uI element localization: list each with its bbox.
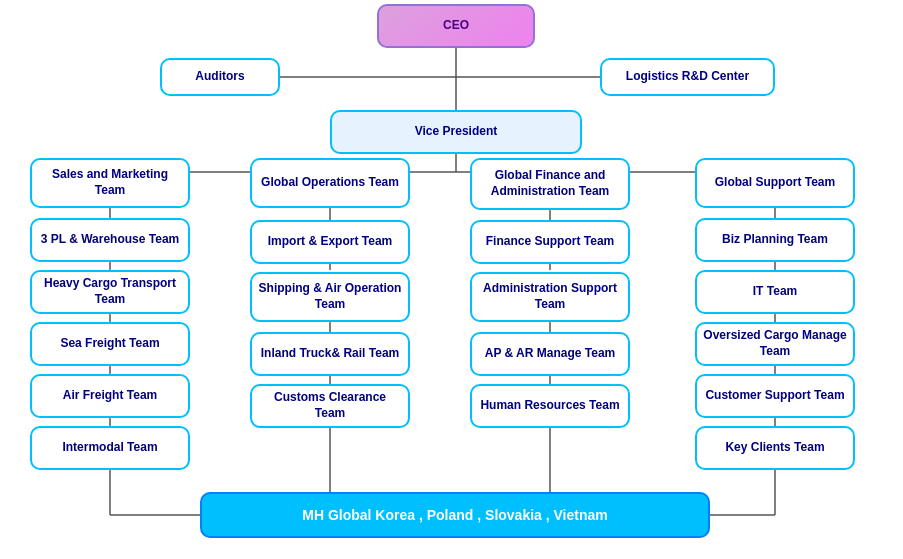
col4-3: Oversized Cargo Manage Team bbox=[695, 322, 855, 366]
col2-3: Inland Truck& Rail Team bbox=[250, 332, 410, 376]
vp-node: Vice President bbox=[330, 110, 582, 154]
col2-4: Customs Clearance Team bbox=[250, 384, 410, 428]
col4-head: Global Support Team bbox=[695, 158, 855, 208]
col3-1: Finance Support Team bbox=[470, 220, 630, 264]
col2-2: Shipping & Air Operation Team bbox=[250, 272, 410, 322]
col2-head: Global Operations Team bbox=[250, 158, 410, 208]
col1-3: Sea Freight Team bbox=[30, 322, 190, 366]
col1-head: Sales and Marketing Team bbox=[30, 158, 190, 208]
col4-5: Key Clients Team bbox=[695, 426, 855, 470]
rd-node: Logistics R&D Center bbox=[600, 58, 775, 96]
col4-4: Customer Support Team bbox=[695, 374, 855, 418]
col3-4: Human Resources Team bbox=[470, 384, 630, 428]
ceo-node: CEO bbox=[377, 4, 535, 48]
org-chart: CEO Auditors Logistics R&D Center Vice P… bbox=[0, 0, 903, 559]
auditors-node: Auditors bbox=[160, 58, 280, 96]
col1-4: Air Freight Team bbox=[30, 374, 190, 418]
col3-2: Administration Support Team bbox=[470, 272, 630, 322]
col3-3: AP & AR Manage Team bbox=[470, 332, 630, 376]
bottom-node: MH Global Korea , Poland , Slovakia , Vi… bbox=[200, 492, 710, 538]
col1-1: 3 PL & Warehouse Team bbox=[30, 218, 190, 262]
col1-2: Heavy Cargo Transport Team bbox=[30, 270, 190, 314]
col1-5: Intermodal Team bbox=[30, 426, 190, 470]
col4-2: IT Team bbox=[695, 270, 855, 314]
col4-1: Biz Planning Team bbox=[695, 218, 855, 262]
col3-head: Global Finance and Administration Team bbox=[470, 158, 630, 210]
col2-1: Import & Export Team bbox=[250, 220, 410, 264]
